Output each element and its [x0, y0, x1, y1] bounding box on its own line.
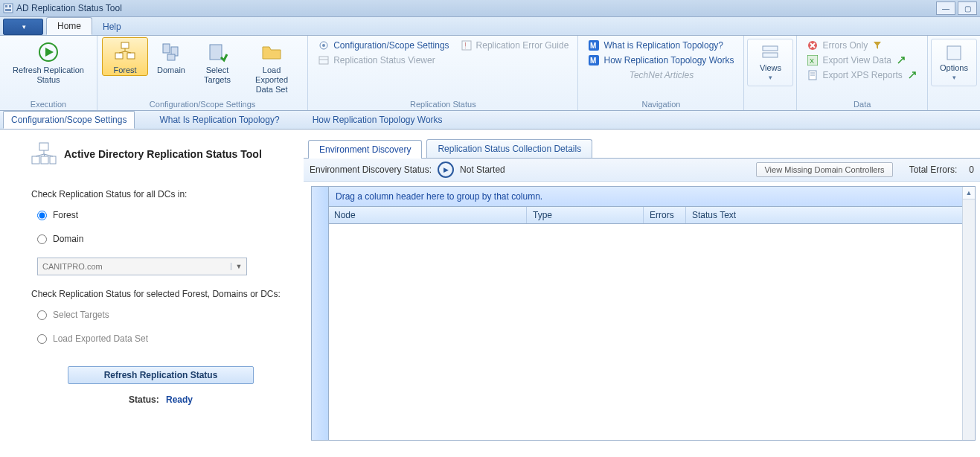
radio-forest-input[interactable] [37, 211, 47, 220]
refresh-replication-status-main-button[interactable]: Refresh Replication Status [68, 366, 254, 384]
ribbon-group-navigation: M What is Replication Topology? M How Re… [578, 36, 744, 110]
load-exported-button[interactable]: Load Exported Data Set [240, 37, 303, 95]
app-icon [3, 3, 13, 13]
subtab-config-scope[interactable]: Configuration/Scope Settings [3, 111, 135, 129]
tab-collection-details[interactable]: Replication Status Collection Details [426, 139, 592, 158]
grid-column-headers: Node Type Errors Status Text [328, 207, 975, 224]
svg-rect-37 [39, 143, 48, 150]
col-type[interactable]: Type [527, 207, 644, 223]
vertical-scrollbar[interactable]: ▲ [962, 187, 975, 440]
folder-icon [260, 40, 284, 64]
replication-status-viewer-link[interactable]: Replication Status Viewer [316, 54, 452, 67]
svg-rect-3 [5, 9, 11, 11]
radio-forest[interactable]: Forest [37, 210, 290, 220]
discovery-grid: Drag a column header here to group by th… [311, 186, 976, 441]
total-errors-value: 0 [969, 164, 974, 175]
env-discovery-status-value: Not Started [460, 164, 505, 175]
subtab-how-topology-works[interactable]: How Replication Topology Works [304, 111, 451, 129]
svg-rect-0 [4, 4, 13, 13]
radio-load-exported-input[interactable] [37, 334, 47, 344]
ribbon: Refresh Replication Status Execution For… [0, 36, 980, 111]
main-area: Active Directory Replication Status Tool… [0, 130, 980, 457]
export-view-data-label: Export View Data [822, 55, 891, 65]
radio-domain-input[interactable] [37, 234, 47, 244]
svg-rect-8 [127, 53, 135, 59]
how-topology-works-link[interactable]: M How Replication Topology Works [586, 54, 737, 67]
technet-articles-link[interactable]: TechNet Articles [586, 68, 737, 82]
grid-group-by-hint[interactable]: Drag a column header here to group by th… [328, 187, 975, 207]
options-dropdown[interactable]: Options [931, 39, 977, 86]
ribbon-group-replication-status: Configuration/Scope Settings Replication… [308, 36, 578, 110]
select-targets-button[interactable]: Select Targets [194, 37, 240, 86]
svg-text:X: X [810, 57, 814, 65]
radio-select-targets-input[interactable] [37, 310, 47, 320]
chevron-down-icon[interactable]: ▼ [231, 263, 246, 270]
export-view-data-link[interactable]: X Export View Data [804, 54, 920, 67]
ribbon-group-scope: Forest Domain Select Targets Load Export… [97, 36, 308, 110]
domain-combobox[interactable]: CANITPRO.com ▼ [37, 258, 247, 275]
svg-rect-12 [163, 44, 170, 53]
replication-status-viewer-label: Replication Status Viewer [333, 55, 435, 65]
svg-rect-26 [763, 46, 778, 51]
refresh-replication-status-label: Refresh Replication Status [13, 65, 84, 85]
how-topology-works-label: How Replication Topology Works [603, 55, 734, 65]
error-guide-icon: ! [461, 40, 472, 51]
total-errors-label: Total Errors: [909, 164, 958, 175]
svg-rect-38 [32, 156, 39, 164]
env-discovery-status-label: Environment Discovery Status: [310, 164, 432, 175]
title-bar: AD Replication Status Tool — ▢ [0, 0, 980, 17]
scroll-up-arrow-icon[interactable]: ▲ [963, 187, 975, 199]
forest-button[interactable]: Forest [102, 37, 148, 76]
radio-load-exported[interactable]: Load Exported Data Set [37, 333, 290, 344]
errors-only-link[interactable]: Errors Only [804, 39, 920, 52]
ribbon-group-navigation-label: Navigation [583, 99, 739, 110]
maximize-button[interactable]: ▢ [958, 1, 977, 15]
tab-environment-discovery[interactable]: Environment Discovery [308, 140, 422, 159]
replication-error-guide-label: Replication Error Guide [476, 40, 569, 51]
tab-home[interactable]: Home [46, 17, 92, 35]
play-icon [36, 40, 60, 64]
export-arrow-icon [896, 55, 906, 65]
grid-left-gutter [312, 187, 329, 440]
svg-rect-7 [115, 53, 123, 59]
views-icon [761, 44, 779, 62]
tab-help[interactable]: Help [92, 19, 132, 35]
status-label: Status: [129, 394, 159, 405]
radio-domain[interactable]: Domain [37, 234, 290, 244]
replication-error-guide-link[interactable]: ! Replication Error Guide [458, 39, 572, 52]
forest-button-label: Forest [113, 65, 136, 75]
menu-tab-strip: Home Help [0, 17, 980, 36]
refresh-replication-status-button[interactable]: Refresh Replication Status [4, 37, 92, 86]
domain-button[interactable]: Domain [148, 37, 194, 76]
radio-select-targets[interactable]: Select Targets [37, 310, 290, 320]
file-menu-button[interactable] [3, 19, 43, 35]
minimize-button[interactable]: — [936, 1, 955, 15]
subtab-what-is-topology[interactable]: What Is Replication Topology? [151, 111, 287, 129]
page-title: Active Directory Replication Status Tool [64, 148, 262, 160]
m-icon: M [589, 40, 599, 51]
radio-select-targets-label: Select Targets [53, 310, 109, 320]
what-is-topology-link[interactable]: M What is Replication Topology? [586, 39, 737, 52]
svg-rect-14 [167, 54, 175, 60]
svg-rect-1 [5, 5, 7, 7]
document-tab-strip: Configuration/Scope Settings What Is Rep… [0, 111, 980, 130]
error-icon [807, 40, 818, 51]
select-targets-icon [205, 40, 229, 64]
views-dropdown[interactable]: Views [747, 39, 793, 86]
svg-text:M: M [590, 57, 596, 65]
gear-icon [318, 40, 329, 51]
play-circle-icon: ▶ [438, 162, 454, 178]
ribbon-group-repstatus-label: Replication Status [313, 99, 573, 110]
svg-rect-2 [9, 5, 11, 7]
col-node[interactable]: Node [328, 207, 527, 223]
ribbon-group-views: Views [744, 36, 797, 110]
config-scope-settings-link[interactable]: Configuration/Scope Settings [316, 39, 452, 52]
domain-combobox-value: CANITPRO.com [38, 262, 231, 271]
view-missing-dcs-button[interactable]: View Missing Domain Controllers [756, 162, 892, 177]
export-xps-reports-link[interactable]: Export XPS Reports [804, 68, 920, 82]
col-errors[interactable]: Errors [644, 207, 686, 223]
svg-rect-6 [121, 42, 129, 48]
col-status-text[interactable]: Status Text [686, 207, 975, 223]
radio-forest-label: Forest [53, 210, 78, 220]
what-is-topology-label: What is Replication Topology? [603, 40, 723, 51]
